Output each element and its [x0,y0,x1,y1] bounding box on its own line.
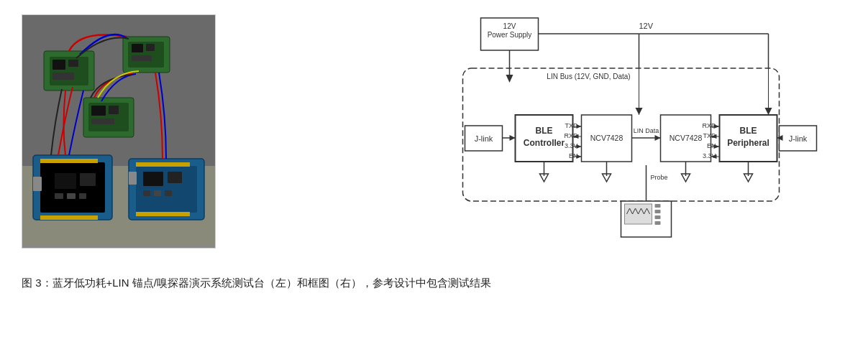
svg-marker-53 [510,135,516,141]
svg-rect-5 [52,60,65,70]
svg-text:J-link: J-link [789,134,808,143]
svg-text:J-link: J-link [475,134,493,143]
svg-rect-32 [136,212,190,216]
svg-text:Controller: Controller [524,138,565,148]
svg-text:LIN Bus (12V, GND, Data): LIN Bus (12V, GND, Data) [547,73,630,80]
svg-rect-78 [655,204,661,208]
svg-marker-67 [577,144,582,149]
svg-text:LIN Data: LIN Data [634,127,659,134]
svg-text:NCV7428: NCV7428 [590,134,623,142]
svg-rect-33 [143,172,163,186]
svg-rect-20 [33,177,42,191]
svg-rect-80 [655,215,661,219]
svg-rect-22 [40,215,98,220]
svg-text:12V: 12V [639,22,654,30]
photo-hardware [22,14,216,249]
svg-marker-70 [577,154,582,159]
svg-marker-95 [714,144,720,149]
svg-text:3.3V: 3.3V [565,142,578,149]
svg-rect-36 [154,190,161,196]
svg-rect-27 [79,193,86,199]
svg-rect-24 [80,173,96,186]
block-diagram: 12V Power Supply 12V LIN Bus (12V, GN [230,14,846,259]
svg-marker-89 [714,124,720,129]
svg-marker-61 [577,124,582,129]
top-section: 12V Power Supply 12V LIN Bus (12V, GN [22,14,846,261]
svg-rect-23 [55,173,76,189]
svg-rect-6 [68,60,78,67]
svg-rect-15 [91,106,106,116]
svg-rect-35 [143,190,150,196]
diagram-section: 12V Power Supply 12V LIN Bus (12V, GN [230,14,846,261]
svg-marker-47 [506,75,513,83]
svg-rect-12 [132,55,152,61]
svg-text:12V: 12V [503,22,516,30]
svg-rect-81 [655,221,661,225]
svg-rect-17 [91,119,114,124]
svg-rect-10 [132,44,143,52]
svg-text:TXD: TXD [565,122,579,129]
svg-text:BLE: BLE [536,126,553,136]
page-container: 12V Power Supply 12V LIN Bus (12V, GN [0,0,868,306]
svg-marker-112 [636,108,643,115]
svg-text:NCV7428: NCV7428 [670,134,703,142]
svg-rect-7 [52,73,74,80]
svg-rect-25 [55,193,63,199]
svg-text:Peripheral: Peripheral [727,138,769,148]
svg-rect-30 [129,172,137,185]
svg-rect-34 [168,172,182,183]
svg-marker-114 [765,108,772,115]
figure-caption: 图 3：蓝牙低功耗+LIN 锚点/嗅探器演示系统测试台（左）和框图（右），参考设… [22,274,846,292]
svg-text:BLE: BLE [740,126,757,136]
svg-rect-31 [136,162,190,167]
svg-rect-37 [165,190,172,196]
svg-rect-79 [655,210,661,213]
svg-text:Power Supply: Power Supply [488,31,532,39]
svg-marker-72 [655,135,661,141]
svg-rect-11 [146,44,155,51]
caption-text: 图 3：蓝牙低功耗+LIN 锚点/嗅探器演示系统测试台（左）和框图（右），参考设… [22,277,491,289]
svg-rect-21 [40,159,98,163]
svg-rect-16 [109,106,119,114]
svg-text:Probe: Probe [651,174,668,181]
svg-rect-26 [67,193,76,199]
